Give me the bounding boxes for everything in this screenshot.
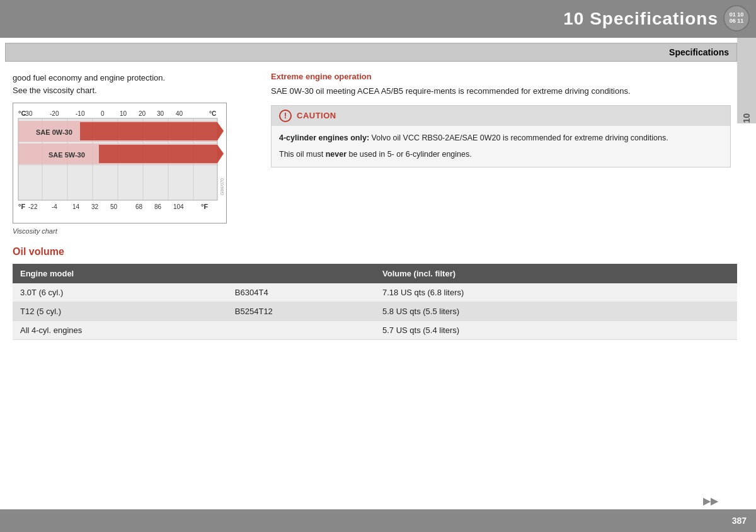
viscosity-chart-svg: °C -30 -20 -10 0 10 20 30 40 °C [17, 107, 225, 217]
svg-text:°F: °F [201, 203, 208, 210]
svg-text:-22: -22 [28, 203, 38, 210]
svg-text:20: 20 [139, 110, 146, 117]
chapter-badge: 01 10 06 11 [723, 5, 750, 31]
content-area: good fuel economy and engine protection.… [0, 67, 756, 240]
svg-text:SAE 5W-30: SAE 5W-30 [49, 151, 85, 159]
caution-para1: 4-cylinder engines only: Volvo oil VCC R… [279, 132, 723, 144]
svg-text:-10: -10 [76, 110, 85, 117]
svg-text:30: 30 [157, 110, 164, 117]
svg-text:0: 0 [101, 110, 105, 117]
left-column: good fuel economy and engine protection.… [13, 72, 252, 235]
svg-rect-25 [99, 145, 217, 163]
svg-text:32: 32 [91, 203, 99, 210]
svg-text:86: 86 [154, 203, 162, 210]
svg-rect-21 [80, 122, 217, 140]
table-row: 3.0T (6 cyl.) B6304T4 7.18 US qts (6.8 l… [13, 283, 737, 302]
svg-text:104: 104 [173, 203, 184, 210]
tab-number: 10 [742, 113, 752, 123]
svg-text:40: 40 [176, 110, 183, 117]
intro-text: good fuel economy and engine protection.… [13, 72, 252, 96]
svg-text:10: 10 [120, 110, 127, 117]
bottom-bar: 387 [0, 509, 756, 532]
oil-table: Engine model Volume (incl. filter) 3.0T … [13, 264, 737, 340]
cell-engine: All 4-cyl. engines [13, 321, 227, 340]
header-bar: 10 Specifications 01 10 06 11 [0, 0, 756, 38]
svg-marker-22 [217, 122, 224, 140]
svg-marker-26 [217, 145, 224, 163]
cell-volume: 7.18 US qts (6.8 liters) [375, 283, 737, 302]
cell-code: B5254T12 [227, 302, 375, 321]
svg-text:14: 14 [72, 203, 80, 210]
svg-text:50: 50 [110, 203, 118, 210]
caution-icon: ! [279, 110, 292, 122]
svg-text:-30: -30 [23, 110, 33, 117]
badge-line2: 06 11 [730, 18, 744, 25]
caution-header: ! CAUTION [272, 106, 730, 126]
page-number: 387 [732, 516, 747, 526]
svg-text:°F: °F [18, 203, 25, 210]
chart-caption: Viscosity chart [13, 227, 252, 235]
caution-box: ! CAUTION 4-cylinder engines only: Volvo… [271, 105, 731, 168]
cell-volume: 5.7 US qts (5.4 liters) [375, 321, 737, 340]
caution-body: 4-cylinder engines only: Volvo oil VCC R… [279, 132, 723, 161]
col-header-engine: Engine model [13, 264, 375, 283]
svg-text:°C: °C [209, 110, 216, 117]
svg-text:SAE 0W-30: SAE 0W-30 [36, 128, 72, 136]
cell-code [227, 321, 375, 340]
oil-volume-section: Oil volume Engine model Volume (incl. fi… [0, 240, 756, 346]
svg-text:-4: -4 [52, 203, 57, 210]
oil-volume-heading: Oil volume [13, 246, 743, 258]
caution-para2: This oil must never be used in 5- or 6-c… [279, 149, 723, 161]
caution-title: CAUTION [297, 111, 336, 120]
cell-volume: 5.8 US qts (5.5 liters) [375, 302, 737, 321]
table-row: All 4-cyl. engines 5.7 US qts (5.4 liter… [13, 321, 737, 340]
right-tab: 10 [737, 38, 756, 123]
nav-arrows[interactable]: ▶▶ [703, 495, 718, 507]
section-header: Specifications [5, 43, 737, 62]
cell-code: B6304T4 [227, 283, 375, 302]
page-title: 10 Specifications [563, 9, 718, 29]
col-header-volume: Volume (incl. filter) [375, 264, 737, 283]
svg-text:G04/070: G04/070 [220, 178, 224, 195]
section-title: Specifications [669, 47, 729, 57]
cell-engine: T12 (5 cyl.) [13, 302, 227, 321]
extreme-text: SAE 0W-30 oil meeting ACEA A5/B5 require… [271, 85, 731, 98]
svg-text:68: 68 [135, 203, 143, 210]
svg-text:-20: -20 [50, 110, 59, 117]
cell-engine: 3.0T (6 cyl.) [13, 283, 227, 302]
right-column: Extreme engine operation SAE 0W-30 oil m… [271, 72, 731, 235]
extreme-heading: Extreme engine operation [271, 72, 731, 81]
table-row: T12 (5 cyl.) B5254T12 5.8 US qts (5.5 li… [13, 302, 737, 321]
viscosity-chart: °C -30 -20 -10 0 10 20 30 40 °C [13, 103, 227, 224]
